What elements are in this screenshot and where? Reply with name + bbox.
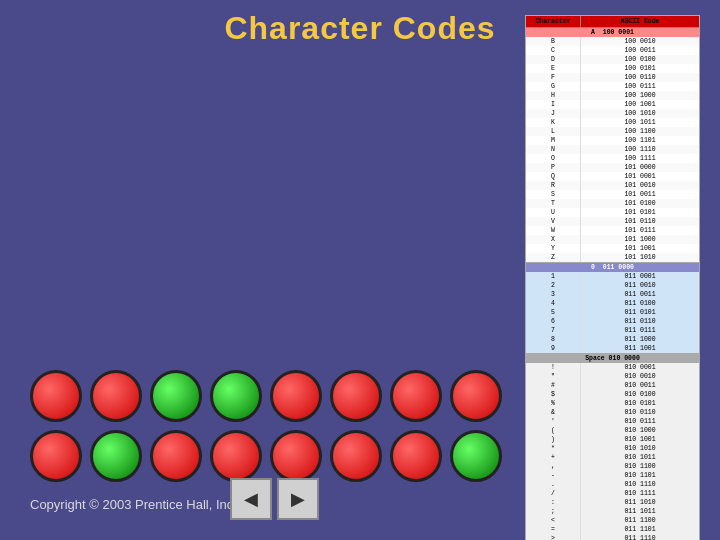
dot-2-1[interactable] (30, 430, 82, 482)
dot-1-5[interactable] (270, 370, 322, 422)
table-header-code: ASCII Code (581, 16, 699, 27)
dot-2-2[interactable] (90, 430, 142, 482)
copyright-text: Copyright © 2003 Prentice Hall, Inc (30, 497, 233, 512)
table-header-char: Character (526, 16, 581, 27)
dot-1-7[interactable] (390, 370, 442, 422)
ascii-table: Character ASCII Code A 100 0001 B100 001… (525, 15, 700, 540)
dot-1-4[interactable] (210, 370, 262, 422)
dot-2-4[interactable] (210, 430, 262, 482)
dot-2-6[interactable] (330, 430, 382, 482)
special-section: Space 010 0000 !010 0001 "010 0010 #010 … (526, 354, 699, 540)
digits-section: 0 011 0000 1011 0001 2011 0010 3011 0011… (526, 263, 699, 354)
dot-1-2[interactable] (90, 370, 142, 422)
prev-button[interactable]: ◀ (230, 478, 272, 520)
dots-row-1 (30, 370, 502, 422)
dot-1-1[interactable] (30, 370, 82, 422)
dot-2-5[interactable] (270, 430, 322, 482)
dots-row-2 (30, 430, 502, 482)
dot-1-3[interactable] (150, 370, 202, 422)
dot-2-8[interactable] (450, 430, 502, 482)
dot-1-8[interactable] (450, 370, 502, 422)
dot-2-3[interactable] (150, 430, 202, 482)
dot-1-6[interactable] (330, 370, 382, 422)
nav-arrows: ◀ ▶ (230, 478, 319, 520)
next-button[interactable]: ▶ (277, 478, 319, 520)
letters-section: A 100 0001 B100 0010 C100 0011 D100 0100… (526, 28, 699, 263)
dot-2-7[interactable] (390, 430, 442, 482)
